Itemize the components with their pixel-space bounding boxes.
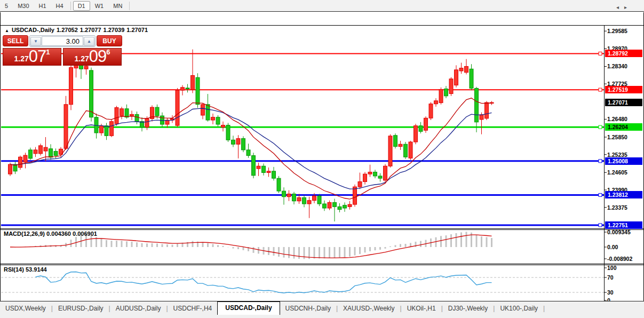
buy-price-big: 09	[89, 49, 106, 65]
price-tag-1.23812: 1.23812	[605, 191, 642, 198]
one-click-trading-widget: SELL ▼ 3.00 ▲ BUY 1.27071 1.27096	[3, 35, 122, 66]
price-axis-tick: 1.29585	[607, 28, 643, 34]
price-axis-tick: 1.28340	[607, 63, 643, 69]
price-tag-1.27071: 1.27071	[605, 99, 642, 106]
tab-scroll-arrows[interactable]: ◂▸	[616, 4, 632, 10]
rsi-axis-tick: 100	[607, 265, 643, 271]
volume-increase-icon[interactable]: ▲	[84, 37, 94, 46]
macd-axis-tick: -0.008902	[607, 256, 643, 262]
sell-price-sup: 1	[46, 49, 50, 56]
chart-window[interactable]: ▲USDCAD-,Daily1.270521.270771.270391.270…	[0, 12, 644, 301]
volume-spinner: ▼ 3.00 ▲	[29, 35, 96, 47]
timeframe-button-mn[interactable]: MN	[108, 1, 127, 11]
ohlc-low: 1.27039	[104, 27, 125, 33]
timeframe-button-w1[interactable]: W1	[90, 1, 109, 11]
tab-scroll-right-icon: ▸	[624, 4, 632, 10]
rsi-axis-tick: 70	[607, 274, 643, 281]
timeframe-toolbar: 5M30H1H4D1W1MN	[0, 0, 644, 12]
macd-axis-tick: 0.009345	[607, 229, 643, 235]
price-axis-tick: 1.26480	[607, 116, 643, 122]
price-axis-tick: 1.23375	[607, 204, 643, 211]
sell-button[interactable]: SELL	[3, 35, 28, 46]
macd-axis-tick: 0.00	[607, 244, 643, 250]
chart-ohlc-header: ▲USDCAD-,Daily1.270521.270771.270391.270…	[5, 27, 150, 33]
tab-scroll-left-icon: ◂	[616, 4, 624, 10]
sell-price-small: 1.27	[14, 53, 29, 65]
price-tag-1.22751: 1.22751	[605, 221, 642, 229]
collapse-triangle-icon[interactable]: ▲	[5, 28, 9, 33]
volume-field[interactable]: 3.00	[42, 36, 83, 46]
chart-tab-ukoil-h1[interactable]: UKOil-,H1	[402, 303, 441, 315]
buy-price-sup: 6	[106, 49, 110, 56]
price-tag-1.26204: 1.26204	[605, 123, 642, 131]
ohlc-open: 1.27052	[57, 27, 78, 33]
tab-separator: |	[543, 305, 545, 312]
price-tag-1.25008: 1.25008	[605, 157, 642, 165]
macd-label: MACD(12,26,9) 0.004360 0.006901	[4, 230, 97, 237]
timeframe-button-h4[interactable]: H4	[51, 1, 68, 11]
rsi-axis-tick: 30	[607, 289, 643, 296]
price-tag-1.28792: 1.28792	[605, 50, 642, 57]
chart-tab-usdcad-daily[interactable]: USDCAD-,Daily	[217, 301, 280, 315]
timeframe-button-m30[interactable]: M30	[13, 1, 34, 11]
chart-tab-usdchf-h4[interactable]: USDCHF-,H4	[168, 303, 218, 315]
sell-price-big: 07	[29, 49, 46, 65]
price-tag-1.27519: 1.27519	[605, 86, 642, 93]
ohlc-close: 1.27071	[126, 27, 148, 33]
chart-tab-xauusd-weekly[interactable]: XAUUSD-,Weekly	[338, 303, 400, 315]
chart-tab-dj30-weekly[interactable]: DJ30-,Weekly	[443, 303, 493, 315]
sell-price-box[interactable]: 1.27071	[3, 48, 61, 66]
status-strip	[0, 315, 644, 318]
chart-symbol-label: USDCAD-,Daily	[12, 27, 54, 33]
buy-price-small: 1.27	[75, 53, 89, 65]
price-axis-tick: 1.24605	[607, 169, 643, 176]
price-axis-tick: 1.25850	[607, 134, 643, 140]
mt4-terminal: 5M30H1H4D1W1MN ▲USDCAD-,Daily1.270521.27…	[0, 0, 644, 318]
chart-tab-usdcnh-daily[interactable]: USDCNH-,Daily	[280, 303, 336, 315]
timeframe-button-5[interactable]: 5	[0, 1, 13, 11]
rsi-label: RSI(14) 53.9144	[4, 266, 47, 273]
ohlc-high: 1.27077	[80, 27, 101, 33]
chart-tab-audusd-daily[interactable]: AUDUSD-,Daily	[110, 303, 166, 315]
chart-tab-bar: USDX,Weekly|EURUSD-,Daily|AUDUSD-,Daily|…	[0, 301, 644, 315]
volume-decrease-icon[interactable]: ▼	[30, 37, 41, 46]
price-chart-canvas[interactable]	[1, 25, 644, 305]
timeframe-button-d1[interactable]: D1	[73, 1, 90, 11]
chart-tab-uk100-daily[interactable]: UK100-,Daily	[495, 303, 543, 315]
timeframe-button-h1[interactable]: H1	[34, 1, 51, 11]
chart-tab-usdx-weekly[interactable]: USDX,Weekly	[0, 303, 51, 315]
buy-price-box[interactable]: 1.27096	[63, 48, 122, 66]
buy-button[interactable]: BUY	[97, 35, 122, 46]
chart-tab-eurusd-daily[interactable]: EURUSD-,Daily	[53, 303, 109, 315]
